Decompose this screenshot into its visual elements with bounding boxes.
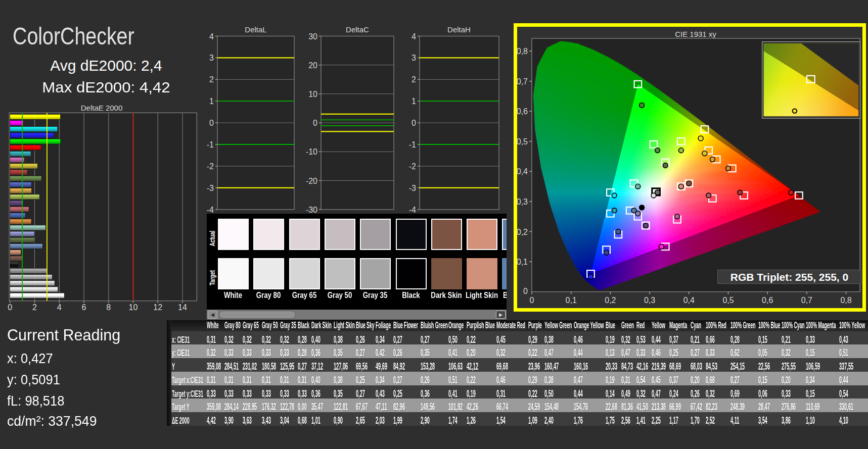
svg-text:4: 4: [412, 32, 416, 41]
svg-text:DeltaL: DeltaL: [245, 25, 266, 34]
svg-text:-30: -30: [306, 206, 317, 214]
svg-text:2: 2: [32, 303, 37, 312]
svg-text:-1: -1: [409, 140, 416, 149]
svg-text:0,5: 0,5: [722, 296, 734, 305]
svg-text:0,8: 0,8: [517, 47, 528, 56]
svg-text:0: 0: [8, 303, 12, 312]
svg-text:0,4: 0,4: [683, 296, 695, 305]
svg-text:20: 20: [308, 61, 317, 70]
svg-text:DeltaH: DeltaH: [447, 25, 471, 34]
svg-text:0,1: 0,1: [566, 296, 577, 305]
svg-text:0: 0: [523, 287, 528, 295]
svg-text:6: 6: [82, 303, 86, 312]
svg-text:4: 4: [57, 303, 62, 312]
svg-text:1: 1: [412, 97, 416, 106]
svg-text:0: 0: [530, 296, 534, 305]
svg-text:0: 0: [313, 119, 317, 127]
svg-text:2: 2: [209, 75, 214, 84]
svg-text:-3: -3: [409, 184, 416, 192]
svg-text:10: 10: [129, 303, 138, 312]
svg-text:0,5: 0,5: [517, 137, 528, 146]
svg-text:4: 4: [209, 32, 214, 41]
svg-text:1: 1: [209, 97, 214, 106]
svg-text:0,4: 0,4: [517, 167, 528, 176]
svg-text:-1: -1: [207, 140, 214, 149]
svg-text:-3: -3: [207, 184, 214, 192]
svg-text:RGB Triplet: 255, 255, 0: RGB Triplet: 255, 255, 0: [730, 271, 848, 283]
svg-text:0,2: 0,2: [517, 228, 528, 236]
svg-text:0,3: 0,3: [644, 296, 655, 305]
svg-text:0: 0: [209, 119, 214, 127]
svg-text:0,1: 0,1: [517, 258, 528, 266]
svg-text:10: 10: [308, 90, 317, 98]
svg-text:0,6: 0,6: [762, 296, 773, 305]
svg-text:-2: -2: [409, 162, 416, 171]
svg-text:3: 3: [412, 54, 416, 62]
svg-text:0,7: 0,7: [517, 77, 528, 86]
svg-text:-20: -20: [306, 177, 317, 185]
svg-text:0: 0: [412, 119, 416, 127]
svg-text:8: 8: [106, 303, 111, 312]
svg-text:0,3: 0,3: [517, 197, 528, 206]
svg-text:DeltaE 2000: DeltaE 2000: [81, 104, 123, 112]
svg-text:-2: -2: [207, 162, 214, 171]
svg-text:2: 2: [412, 75, 416, 84]
svg-text:0,7: 0,7: [801, 296, 812, 305]
svg-text:CIE 1931 xy: CIE 1931 xy: [675, 30, 716, 38]
svg-text:0,6: 0,6: [517, 107, 528, 116]
svg-text:-10: -10: [306, 147, 317, 156]
svg-text:14: 14: [178, 303, 187, 312]
svg-text:12: 12: [153, 303, 162, 312]
svg-text:DeltaC: DeltaC: [346, 25, 369, 34]
svg-text:0,2: 0,2: [605, 296, 616, 305]
svg-text:30: 30: [308, 32, 317, 41]
svg-text:0,8: 0,8: [840, 296, 851, 305]
svg-text:-4: -4: [207, 206, 214, 214]
svg-text:3: 3: [209, 54, 214, 62]
svg-text:-4: -4: [409, 206, 416, 214]
